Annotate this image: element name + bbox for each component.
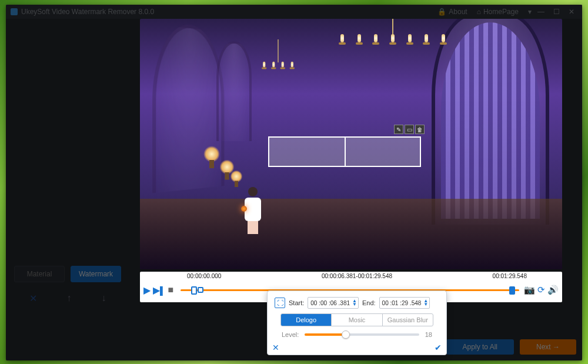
edit-selection-icon[interactable]: ✎: [394, 125, 403, 134]
stop-button[interactable]: ■: [168, 285, 173, 295]
range-start-handle[interactable]: [191, 286, 197, 295]
start-time-value: 00 :00 :06 .381: [310, 300, 350, 306]
screenshot-icon[interactable]: 📷: [524, 285, 535, 295]
watermark-settings-popup: ⛶ Start: 00 :00 :06 .381 ▲▼ End: 00 :01 …: [267, 290, 447, 355]
person-figure: [243, 187, 262, 234]
apply-all-label: Apply to All: [463, 343, 497, 351]
home-icon: ⌂: [477, 8, 481, 16]
delete-selection-icon[interactable]: 🗑: [415, 125, 425, 134]
fullscreen-icon[interactable]: ⛶: [275, 298, 285, 308]
app-logo-icon: [11, 8, 18, 15]
titlebar: UkeySoft Video Watermark Remover 8.0.0 🔒…: [6, 5, 582, 19]
desktop-background: UkeySoft Video Watermark Remover 8.0.0 🔒…: [0, 0, 588, 364]
volume-icon[interactable]: 🔊: [547, 285, 559, 295]
about-label: About: [449, 8, 467, 16]
playhead-handle[interactable]: [198, 287, 203, 293]
next-label: Next →: [536, 343, 560, 351]
swap-selection-icon[interactable]: ▭: [405, 125, 414, 134]
tab-watermark[interactable]: Watermark: [71, 266, 121, 282]
chandelier-small-icon: [260, 39, 297, 81]
start-down-icon[interactable]: ▼: [352, 303, 357, 306]
start-time-input[interactable]: 00 :00 :06 .381 ▲▼: [308, 297, 359, 309]
level-label: Level:: [282, 331, 299, 338]
maximize-button[interactable]: ☐: [550, 8, 562, 16]
end-down-icon[interactable]: ▼: [423, 303, 428, 306]
level-slider[interactable]: [305, 333, 419, 336]
tab-delogo-label: Delogo: [296, 316, 316, 323]
about-link[interactable]: 🔒 About: [437, 8, 467, 16]
level-slider-thumb[interactable]: [342, 330, 350, 339]
window-title: UkeySoft Video Watermark Remover 8.0.0: [21, 8, 154, 16]
tab-material-label: Material: [27, 270, 52, 278]
play-button[interactable]: ▶: [143, 285, 151, 296]
lock-icon: 🔒: [437, 8, 446, 16]
step-button[interactable]: ▶▌: [153, 285, 165, 296]
tab-delogo[interactable]: Delogo: [281, 314, 332, 326]
tab-blur-label: Gaussian Blur: [387, 316, 428, 323]
homepage-link[interactable]: ⌂ HomePage: [477, 8, 519, 16]
next-button[interactable]: Next →: [520, 339, 576, 355]
start-label: Start:: [289, 299, 304, 306]
method-tabs: Delogo Mosic Gaussian Blur: [280, 313, 433, 326]
tab-gaussian-blur[interactable]: Gaussian Blur: [383, 314, 433, 326]
time-end-label: 00:01:29.548: [493, 273, 527, 279]
range-end-handle[interactable]: [509, 286, 515, 295]
popup-confirm-icon[interactable]: ✔: [435, 343, 442, 352]
dropdown-icon[interactable]: ▾: [528, 8, 532, 16]
time-range-label: 00:00:06.381-00:01:29.548: [322, 273, 392, 279]
end-time-input[interactable]: 00 :01 :29 .548 ▲▼: [379, 297, 430, 309]
tab-mosic-label: Mosic: [349, 316, 366, 323]
sidebar: Material Watermark ✕ ↑ ↓: [6, 19, 129, 360]
end-time-value: 00 :01 :29 .548: [382, 300, 422, 306]
time-start-label: 00:00:00.000: [187, 273, 221, 279]
chandelier-icon: [334, 19, 452, 78]
homepage-label: HomePage: [483, 8, 519, 16]
loop-icon[interactable]: ⟳: [537, 285, 545, 295]
delete-icon[interactable]: ✕: [29, 293, 37, 304]
down-icon[interactable]: ↓: [102, 293, 106, 304]
close-button[interactable]: ✕: [566, 8, 577, 16]
watermark-selection-box[interactable]: [268, 136, 421, 167]
up-icon[interactable]: ↑: [67, 293, 72, 304]
tab-watermark-label: Watermark: [79, 270, 113, 278]
tab-material[interactable]: Material: [14, 266, 65, 282]
apply-to-all-button[interactable]: Apply to All: [446, 339, 514, 355]
end-label: End:: [362, 299, 376, 306]
tab-mosic[interactable]: Mosic: [332, 314, 382, 326]
minimize-button[interactable]: —: [535, 8, 547, 16]
video-preview[interactable]: ✎ ▭ 🗑: [140, 19, 562, 269]
level-value: 18: [425, 331, 432, 338]
popup-cancel-icon[interactable]: ✕: [272, 343, 279, 352]
